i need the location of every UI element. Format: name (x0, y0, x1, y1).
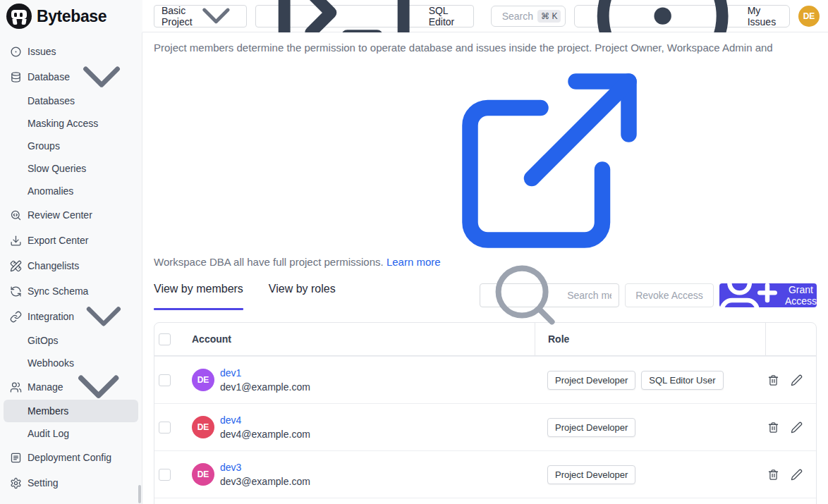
bytebase-logo-icon (6, 4, 32, 29)
role-badge: Project Developer (547, 418, 635, 437)
table-header: Account Role (154, 323, 816, 356)
sidebar-item-label: Anomalies (28, 185, 73, 197)
sidebar-item-label: Database (28, 71, 70, 82)
search-placeholder: Search (502, 11, 533, 22)
sidebar-item-label: Audit Log (28, 428, 69, 439)
row-checkbox[interactable] (159, 422, 171, 434)
sidebar-item-slow-queries[interactable]: Slow Queries (0, 157, 142, 180)
search-member-input[interactable] (567, 290, 611, 301)
search-icon (487, 257, 563, 333)
member-name-link[interactable]: dev4 (220, 414, 241, 426)
chevron-down-icon[interactable] (74, 287, 133, 346)
search-member-box (480, 283, 619, 307)
table-row: DEdev2dev2@example.comProject Developer (154, 498, 816, 504)
delete-member-button[interactable] (767, 469, 779, 481)
member-name-link[interactable]: dev3 (220, 462, 241, 473)
sidebar-item-database[interactable]: Database (0, 64, 142, 90)
pencil-icon (791, 374, 803, 386)
global-search[interactable]: Search ⌘ K (491, 6, 566, 27)
tab-view-by-roles[interactable]: View by roles (269, 279, 336, 312)
view-tabs: View by members View by roles (154, 279, 336, 312)
column-header-actions (765, 323, 816, 355)
edit-member-button[interactable] (791, 469, 803, 481)
pencil-ruler-icon (10, 260, 22, 272)
sidebar-scrollbar[interactable] (138, 485, 141, 503)
tab-view-by-members[interactable]: View by members (154, 279, 243, 312)
revoke-access-button[interactable]: Revoke Access (625, 283, 714, 307)
grant-access-button[interactable]: Grant Access (719, 283, 817, 307)
role-badge: Project Developer (547, 465, 635, 484)
sidebar-item-anomalies[interactable]: Anomalies (0, 180, 142, 202)
members-toolbar: View by members View by roles Revoke Acc… (154, 279, 817, 312)
sidebar-item-deployment-config[interactable]: Deployment Config (0, 445, 142, 470)
role-badge: Project Developer (547, 371, 635, 390)
gear-icon (10, 477, 22, 489)
sidebar-item-masking-access[interactable]: Masking Access (0, 112, 142, 135)
pencil-icon (791, 422, 803, 434)
sidebar-item-label: GitOps (28, 335, 59, 346)
sidebar-item-label: Databases (28, 95, 75, 106)
sql-editor-label: SQL Editor (429, 5, 465, 27)
toolbar-controls: Revoke Access Grant Access (480, 283, 817, 307)
sidebar-item-export-center[interactable]: Export Center (0, 228, 142, 253)
table-row: DEdev4dev4@example.comProject Developer (154, 403, 816, 450)
edit-member-button[interactable] (791, 374, 803, 386)
pencil-icon (791, 469, 803, 481)
search-code-icon (10, 209, 22, 221)
members-table: Account Role DEdev1dev1@example.comProje… (154, 322, 817, 504)
user-plus-icon (719, 265, 780, 326)
sidebar-item-label: Export Center (28, 235, 88, 246)
edit-member-button[interactable] (791, 422, 803, 434)
table-body: DEdev1dev1@example.comProject DeveloperS… (154, 356, 816, 504)
user-avatar[interactable]: DE (798, 6, 820, 27)
top-bar-actions: Basic Project SQL Editor Search ⌘ K My I… (142, 0, 828, 32)
sidebar-item-label: Issues (28, 46, 56, 57)
sidebar-item-review-center[interactable]: Review Center (0, 202, 142, 228)
member-email: dev1@example.com (220, 381, 310, 393)
sidebar-item-label: Review Center (28, 209, 92, 221)
row-checkbox[interactable] (159, 374, 171, 386)
row-checkbox[interactable] (159, 469, 171, 481)
sql-editor-button[interactable]: SQL Editor (255, 5, 473, 27)
avatar: DE (192, 416, 214, 438)
table-row: DEdev1dev1@example.comProject DeveloperS… (154, 356, 816, 403)
delete-member-button[interactable] (767, 374, 779, 386)
sidebar: IssuesDatabaseDatabasesMasking AccessGro… (0, 32, 142, 504)
sidebar-item-audit-log[interactable]: Audit Log (0, 422, 142, 445)
grant-access-label: Grant Access (785, 284, 817, 307)
link-icon (10, 311, 22, 323)
trash-icon (767, 374, 779, 386)
trash-icon (767, 469, 779, 481)
brand-name: Bytebase (37, 7, 106, 26)
project-select[interactable]: Basic Project (154, 5, 247, 27)
sidebar-item-label: Changelists (28, 260, 79, 271)
sidebar-item-changelists[interactable]: Changelists (0, 253, 142, 278)
sidebar-item-label: Slow Queries (28, 163, 86, 174)
avatar: DE (192, 369, 214, 391)
sidebar-item-manage[interactable]: Manage (0, 374, 142, 400)
sidebar-item-setting[interactable]: Setting (0, 470, 142, 496)
member-email: dev3@example.com (220, 476, 310, 487)
refresh-icon (10, 285, 22, 297)
delete-member-button[interactable] (767, 422, 779, 434)
chevron-down-icon[interactable] (70, 45, 133, 109)
member-name-link[interactable]: dev1 (220, 367, 241, 379)
table-row: DEdev3dev3@example.comProject Developer (154, 450, 816, 498)
app-window: Bytebase Basic Project SQL Editor Search… (0, 0, 828, 504)
sidebar-item-label: Integration (28, 311, 74, 322)
my-issues-label: My Issues (748, 5, 781, 27)
file-config-icon (10, 452, 22, 464)
sidebar-item-label: Setting (28, 477, 59, 488)
external-link-icon (442, 55, 655, 266)
sidebar-item-integration[interactable]: Integration (0, 304, 142, 329)
avatar: DE (192, 463, 214, 486)
sidebar-item-label: Members (28, 405, 68, 417)
users-icon (10, 381, 22, 393)
column-header-account: Account (188, 333, 535, 345)
chevron-down-icon[interactable] (63, 352, 133, 422)
search-shortcut-kbd: ⌘ K (537, 10, 561, 23)
my-issues-button[interactable]: My Issues (574, 5, 790, 27)
database-icon (10, 71, 22, 83)
sidebar-item-groups[interactable]: Groups (0, 135, 142, 157)
select-all-checkbox[interactable] (159, 333, 171, 345)
